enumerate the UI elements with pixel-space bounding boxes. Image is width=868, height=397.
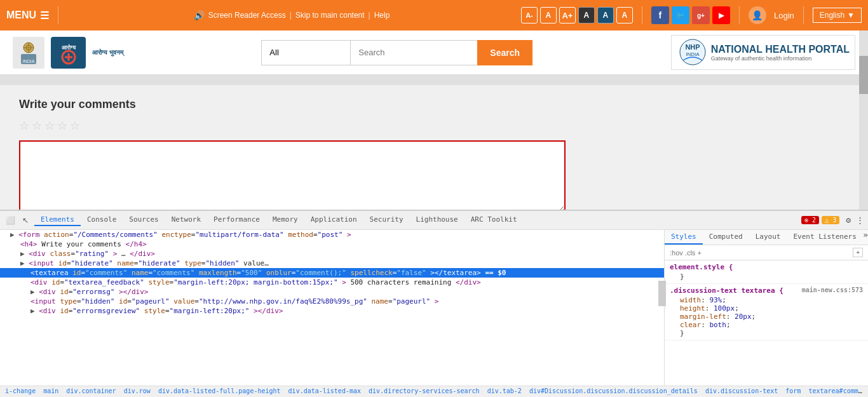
tab-performance[interactable]: Performance [207,214,266,226]
search-button[interactable]: Search [477,40,532,65]
facebook-button[interactable]: f [651,6,669,24]
dom-line-hiderate[interactable]: ▶ <input id="hiderate" name="hiderate" t… [0,259,664,259]
svg-text:NHP: NHP [685,43,700,51]
dom-arrow-rating[interactable]: ▶ [20,250,29,258]
devtools-toggle-button[interactable]: ⬜ [4,214,17,227]
star-3[interactable]: ☆ [44,119,55,133]
contrast-default-button[interactable]: A [578,7,595,24]
dom-line-h4[interactable]: <h4> Write your comments </h4> [0,239,664,249]
header: INDIA आरोग्य आरोग्य भुवनम् All Search [0,30,868,75]
star-5[interactable]: ☆ [70,119,80,133]
devtools-settings-button[interactable]: ⚙ [846,215,851,225]
language-button[interactable]: English ▼ [813,8,862,23]
speaker-icon: 🔊 [194,10,205,20]
svg-text:INDIA: INDIA [686,51,700,57]
star-2[interactable]: ☆ [32,119,42,133]
screen-reader-link[interactable]: Screen Reader Access [208,11,286,20]
styles-more-button[interactable]: » [863,230,868,245]
font-normal-button[interactable]: A [540,7,557,24]
contrast-orange-button[interactable]: A [616,7,633,24]
tab-sources[interactable]: Sources [123,214,165,226]
font-decrease-button[interactable]: A- [521,7,538,24]
warning-badge: △ 3 [822,216,839,224]
comments-title: Write your comments [19,98,849,111]
tab-application[interactable]: Application [304,214,363,226]
hamburger-icon: ☰ [40,10,49,22]
nhp-brand-logo: आरोग्य [51,37,86,69]
language-label: English [820,11,844,20]
top-bar: MENU ☰ 🔊 Screen Reader Access | Skip to … [0,0,868,30]
styles-tab-styles[interactable]: Styles [665,230,703,245]
tab-security[interactable]: Security [363,214,410,226]
styles-panel: Styles Computed Layout Event Listeners »… [665,230,868,259]
styles-tab-computed[interactable]: Computed [703,230,749,245]
nhp-logo-right: NHP INDIA NATIONAL HEALTH PORTAL Gateway… [671,35,855,70]
styles-tab-layout[interactable]: Layout [749,230,787,245]
social-buttons: f 🐦 g+ ▶ [651,6,730,24]
login-button[interactable]: Login [774,11,794,20]
search-category-select[interactable]: All [261,40,350,65]
tab-elements[interactable]: Elements [34,214,81,226]
devtools-badges: ⊗ 2 △ 3 [801,216,839,224]
tab-network[interactable]: Network [165,214,207,226]
tab-arc-toolkit[interactable]: ARC Toolkit [465,214,524,226]
search-input[interactable] [350,40,477,65]
gray-strip [0,75,868,85]
googleplus-button[interactable]: g+ [692,6,710,24]
styles-filter-input[interactable] [670,249,850,257]
accessibility-buttons: A- A A+ A A A [521,7,633,24]
star-1[interactable]: ☆ [19,119,29,133]
menu-button[interactable]: MENU ☰ [6,10,49,22]
comment-textarea-wrapper [19,140,566,215]
tab-console[interactable]: Console [81,214,123,226]
chevron-down-icon: ▼ [847,11,855,20]
star-4[interactable]: ☆ [57,119,67,133]
star-rating[interactable]: ☆ ☆ ☆ ☆ ☆ [19,119,849,133]
devtools-select-button[interactable]: ↖ [19,214,32,227]
font-increase-button[interactable]: A+ [559,7,576,24]
dom-line-rating[interactable]: ▶ <div class="rating" > … </div> [0,249,664,259]
devtools-body: ▶ <form action="/Comments/comments" enct… [0,230,868,259]
contrast-blue-button[interactable]: A [597,7,614,24]
help-link[interactable]: Help [374,11,390,20]
devtools-panel: ⬜ ↖ Elements Console Sources Network Per… [0,210,868,259]
error-badge: ⊗ 2 [801,216,819,224]
devtools-tabs: Elements Console Sources Network Perform… [34,214,799,226]
dom-arrow[interactable]: ▶ [10,231,18,239]
tab-memory[interactable]: Memory [266,214,304,226]
svg-text:आरोग्य: आरोग्य [62,44,76,51]
user-avatar: 👤 [749,6,766,24]
scroll-thumb[interactable] [859,56,868,94]
svg-text:INDIA: INDIA [23,59,35,64]
nhp-logo-box: NHP INDIA NATIONAL HEALTH PORTAL Gateway… [671,35,855,70]
site-name-text: आरोग्य भुवनम् [92,48,123,57]
logo-area: INDIA आरोग्य आरोग्य भुवनम् [13,37,123,69]
styles-tabs: Styles Computed Layout Event Listeners » [665,230,868,245]
dom-panel: ▶ <form action="/Comments/comments" enct… [0,230,665,259]
styles-filter: + [665,245,868,259]
twitter-button[interactable]: 🐦 [672,6,689,24]
styles-tab-event-listeners[interactable]: Event Listeners [787,230,862,245]
devtools-more-button[interactable]: ⋮ [856,215,864,225]
emblem-logo: INDIA [13,37,44,69]
comment-textarea[interactable] [20,142,564,212]
add-style-button[interactable]: + [853,248,863,257]
search-area: All Search [123,40,671,65]
skip-content-link[interactable]: Skip to main content [295,11,365,20]
devtools-toolbar: ⬜ ↖ Elements Console Sources Network Per… [0,211,868,230]
dom-line-form[interactable]: ▶ <form action="/Comments/comments" enct… [0,230,664,239]
top-bar-links: 🔊 Screen Reader Access | Skip to main co… [67,10,516,20]
menu-label: MENU [6,10,36,21]
youtube-button[interactable]: ▶ [712,6,730,24]
tab-lighthouse[interactable]: Lighthouse [410,214,465,226]
